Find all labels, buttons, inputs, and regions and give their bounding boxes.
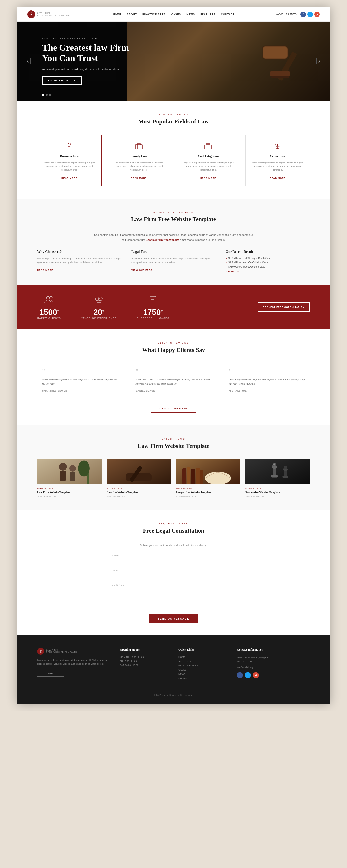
hero-content: LAW FIRM FREE WEBSITE TEMPLATE The Great… bbox=[17, 37, 154, 85]
news-title-4[interactable]: Responsive Website Template bbox=[245, 491, 310, 494]
quote-mark-1: " bbox=[42, 368, 118, 375]
news-title-1[interactable]: Law Firm Website Template bbox=[37, 491, 102, 494]
nav-practice[interactable]: PRACTICE AREA bbox=[142, 13, 166, 16]
stats-bar: 1500+ HAPPY CLIENTS 20+ YEARS OF EXPERIE… bbox=[17, 285, 330, 329]
name-field-group: NAME bbox=[112, 554, 235, 565]
testimonial-author-1: SMARTDESIGNWEB bbox=[42, 390, 118, 392]
consultation-label: REQUEST A FREE bbox=[37, 522, 310, 525]
family-law-link[interactable]: READ MORE bbox=[131, 177, 147, 179]
footer-logo-text: LAW FIRM FREE WEBSITE TEMPLATE bbox=[46, 649, 77, 653]
news-category-4: LAWS & ACTS bbox=[245, 487, 310, 489]
stat-cases: 1750+ SUCCESSFULL CASES bbox=[137, 295, 169, 319]
svg-rect-49 bbox=[200, 470, 203, 484]
news-date-2: 20 NOVEMBER, 2020 bbox=[107, 495, 171, 498]
nav-home[interactable]: HOME bbox=[113, 13, 121, 16]
news-card-3: LAWS & ACTS Lawyer free Website Template… bbox=[176, 459, 240, 498]
news-title-2[interactable]: Law free Website Template bbox=[107, 491, 171, 494]
footer-facebook-icon[interactable]: f bbox=[237, 672, 243, 678]
nav-contact[interactable]: CONTACT bbox=[221, 13, 234, 16]
crime-law-name: Crime Law bbox=[251, 154, 305, 158]
business-law-desc: Maecenas iaculis interdum sapien id tris… bbox=[42, 161, 96, 172]
view-all-reviews-button[interactable]: VIEW ALL REVIEWS bbox=[151, 405, 196, 413]
testimonials-label: CLIENTS REVIEWS bbox=[37, 342, 310, 344]
hero-subtitle: Aenean dignissim lorem maximus, aliquam … bbox=[42, 67, 121, 71]
news-category-2: LAWS & ACTS bbox=[107, 487, 171, 489]
footer-link-contacts[interactable]: CONTACTS bbox=[178, 677, 227, 680]
footer-link-news[interactable]: NEWS bbox=[178, 673, 227, 675]
footer-hours-1: MON-THU: 7:00 - 21:00 bbox=[120, 656, 169, 658]
hero-dot-1[interactable] bbox=[42, 94, 44, 96]
hero-dot-2[interactable] bbox=[46, 94, 48, 96]
message-label: MESSAGE bbox=[112, 584, 235, 586]
main-nav: HOME ABOUT PRACTICE AREA CASES NEWS FEAT… bbox=[113, 13, 234, 16]
stats-group: 1500+ HAPPY CLIENTS 20+ YEARS OF EXPERIE… bbox=[37, 295, 169, 319]
legal-fees-link[interactable]: VIEW OUR FEES bbox=[132, 269, 152, 271]
experience-label: YEARS OF EXPERIENCE bbox=[81, 317, 117, 319]
news-title-3[interactable]: Lawyer free Website Template bbox=[176, 491, 240, 494]
footer-social-icons: f t g+ bbox=[237, 672, 310, 678]
news-card-1: LAWS & ACTS Law Firm Website Template 20… bbox=[37, 459, 102, 498]
about-section: ABOUT YOUR LAW FIRM Law Firm Free Websit… bbox=[17, 199, 330, 285]
footer-link-home[interactable]: HOME bbox=[178, 656, 227, 658]
site-footer: LAW FIRM FREE WEBSITE TEMPLATE Lorem ips… bbox=[17, 636, 330, 704]
social-icons: f t g+ bbox=[300, 12, 320, 17]
business-law-link[interactable]: READ MORE bbox=[61, 177, 77, 179]
result-3: $750,000.00 Truck Accident Case bbox=[226, 265, 310, 268]
footer-link-about[interactable]: ABOUT US bbox=[178, 660, 227, 663]
footer-contact-us-button[interactable]: CONTACT US bbox=[37, 670, 64, 677]
civil-law-icon bbox=[181, 141, 235, 151]
hero-prev-arrow[interactable]: ❮ bbox=[25, 58, 31, 64]
nav-about[interactable]: ABOUT bbox=[127, 13, 137, 16]
clients-icon bbox=[37, 295, 61, 306]
know-about-us-button[interactable]: KNOW ABOUT US bbox=[42, 76, 82, 85]
request-consultation-button[interactable]: REQUEST FREE CONSULTATION bbox=[258, 303, 310, 312]
footer-twitter-icon[interactable]: t bbox=[245, 672, 251, 678]
practice-areas-section: PRACTICE AREAS Most Popular Fields of La… bbox=[17, 101, 330, 199]
why-choose-link[interactable]: READ MORE bbox=[37, 269, 53, 271]
logo[interactable]: LAW FIRM FREE WEBSITE TEMPLATE bbox=[27, 10, 71, 18]
result-2: $1.2 Million Head-On Collision Case bbox=[226, 261, 310, 264]
svg-rect-9 bbox=[271, 76, 289, 78]
business-law-icon bbox=[42, 141, 96, 151]
testimonials-section: CLIENTS REVIEWS What Happy Clients Say "… bbox=[17, 329, 330, 425]
submit-button[interactable]: SEND US MESSAGE bbox=[149, 614, 198, 623]
svg-rect-48 bbox=[196, 468, 200, 484]
nav-features[interactable]: FEATURES bbox=[200, 13, 215, 16]
email-input[interactable] bbox=[112, 573, 235, 580]
news-title: Law Firm Website Template bbox=[37, 443, 310, 450]
news-card-4: LAWS & ACTS Responsive Website Template … bbox=[245, 459, 310, 498]
name-input[interactable] bbox=[112, 558, 235, 565]
legal-fees-text: Vestibulum dictum gravida leasor volutpa… bbox=[132, 257, 215, 265]
footer-googleplus-icon[interactable]: g+ bbox=[253, 672, 259, 678]
testimonial-text-1: "Free bootstrap responsive website templ… bbox=[42, 377, 118, 386]
footer-link-practice[interactable]: PRACTICE AREA bbox=[178, 664, 227, 667]
results-link[interactable]: ABOUT US bbox=[226, 271, 310, 273]
quote-mark-3: " bbox=[229, 368, 305, 375]
practice-areas-label: PRACTICE AREAS bbox=[37, 113, 310, 116]
email-field-group: EMAIL bbox=[112, 569, 235, 580]
hero-next-arrow[interactable]: ❯ bbox=[316, 58, 322, 64]
hero-dot-3[interactable] bbox=[49, 94, 51, 96]
twitter-icon[interactable]: t bbox=[307, 12, 313, 17]
stat-experience: 20+ YEARS OF EXPERIENCE bbox=[81, 295, 117, 319]
testimonial-author-3: MICHAEL JOE bbox=[229, 390, 305, 392]
footer-contact-title: Contact Information bbox=[237, 648, 310, 651]
footer-link-cases[interactable]: CASES bbox=[178, 669, 227, 671]
civil-law-link[interactable]: READ MORE bbox=[200, 177, 216, 179]
nav-news[interactable]: NEWS bbox=[186, 13, 195, 16]
crime-law-link[interactable]: READ MORE bbox=[270, 177, 286, 179]
practice-card-crime: Crime Law Vonditus tempus interdum sapie… bbox=[245, 135, 310, 186]
news-label: LATEST NEWS bbox=[37, 438, 310, 440]
nav-cases[interactable]: CASES bbox=[171, 13, 181, 16]
testimonial-1: " "Free bootstrap responsive website tem… bbox=[37, 363, 123, 397]
svg-rect-61 bbox=[284, 470, 287, 476]
googleplus-icon[interactable]: g+ bbox=[314, 12, 320, 17]
news-category-1: LAWS & ACTS bbox=[37, 487, 102, 489]
facebook-icon[interactable]: f bbox=[300, 12, 306, 17]
testimonial-author-2: DANIEL BLACK bbox=[136, 390, 212, 392]
footer-hours-3: SAT: 06:00 - 16:00 bbox=[120, 664, 169, 666]
recent-result-title: Our Recent Result bbox=[226, 250, 310, 254]
message-input[interactable] bbox=[112, 587, 235, 607]
svg-rect-47 bbox=[191, 469, 195, 484]
civil-law-desc: Eraperat in orpait interdum sapien id tr… bbox=[181, 161, 235, 172]
